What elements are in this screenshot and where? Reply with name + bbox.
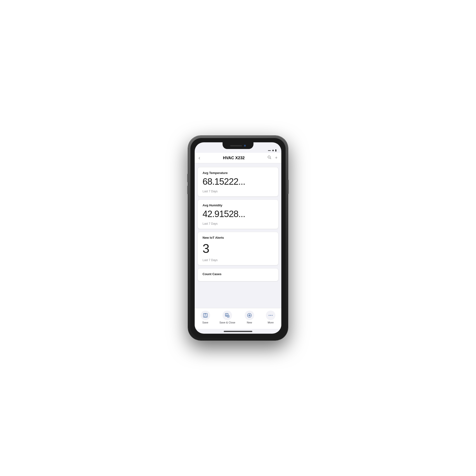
more-label: More	[268, 321, 274, 324]
avg-humidity-label: Avg Humidity	[203, 204, 273, 207]
svg-rect-4	[204, 316, 206, 317]
save-icon	[201, 311, 210, 320]
count-cases-label: Count Cases	[203, 272, 273, 276]
notch-camera	[244, 145, 246, 147]
wifi-icon: ◈	[272, 149, 274, 152]
save-close-button[interactable]: Save & Close	[220, 311, 235, 324]
content-area: Avg Temperature 68.15222... Last 7 Days …	[195, 163, 281, 308]
new-label: New	[247, 321, 252, 324]
save-close-label: Save & Close	[220, 321, 235, 324]
save-close-icon	[222, 311, 232, 320]
phone-shell: ▪▪▪ ◈ ▮ ‹ HVAC X232	[188, 136, 288, 340]
save-label: Save	[202, 321, 208, 324]
status-icons: ▪▪▪ ◈ ▮	[268, 149, 276, 152]
new-iot-alerts-label: New IoT Alerts	[203, 236, 273, 239]
nav-actions: +	[267, 155, 277, 161]
svg-rect-8	[226, 315, 227, 316]
svg-point-17	[272, 315, 272, 316]
svg-line-1	[270, 158, 271, 159]
home-indicator	[195, 329, 281, 334]
avg-temperature-footer: Last 7 Days	[203, 190, 273, 193]
svg-point-16	[270, 315, 271, 316]
phone-bezel: ▪▪▪ ◈ ▮ ‹ HVAC X232	[190, 138, 286, 338]
back-button[interactable]: ‹	[199, 155, 200, 161]
more-button[interactable]: More	[263, 311, 278, 324]
add-icon[interactable]: +	[275, 155, 277, 160]
avg-humidity-footer: Last 7 Days	[203, 222, 273, 225]
page-title: HVAC X232	[223, 156, 245, 160]
signal-icon: ▪▪▪	[268, 149, 271, 152]
phone-screen: ▪▪▪ ◈ ▮ ‹ HVAC X232	[195, 142, 281, 334]
save-button[interactable]: Save	[198, 311, 213, 324]
svg-rect-7	[226, 313, 227, 315]
bottom-toolbar: Save	[195, 308, 281, 329]
home-bar	[224, 331, 252, 332]
search-icon[interactable]	[267, 155, 272, 161]
power-button	[288, 180, 289, 194]
new-iot-alerts-card[interactable]: New IoT Alerts 3 Last 7 Days	[198, 232, 278, 265]
new-button[interactable]: New	[242, 311, 256, 324]
notch	[222, 142, 254, 149]
avg-humidity-value: 42.91528...	[203, 209, 273, 219]
volume-down-button	[187, 186, 188, 194]
notch-speaker	[230, 145, 242, 146]
avg-temperature-card[interactable]: Avg Temperature 68.15222... Last 7 Days	[198, 167, 278, 197]
more-icon	[266, 311, 275, 320]
nav-bar: ‹ HVAC X232 +	[195, 153, 281, 163]
battery-icon: ▮	[275, 149, 276, 152]
new-iot-alerts-value: 3	[203, 241, 273, 255]
avg-temperature-value: 68.15222...	[203, 177, 273, 187]
avg-humidity-card[interactable]: Avg Humidity 42.91528... Last 7 Days	[198, 200, 278, 229]
avg-temperature-label: Avg Temperature	[203, 171, 273, 175]
count-cases-card[interactable]: Count Cases	[198, 268, 278, 281]
volume-up-button	[187, 174, 188, 182]
new-iot-alerts-footer: Last 7 Days	[203, 258, 273, 262]
new-icon	[245, 311, 254, 320]
svg-point-15	[269, 315, 270, 316]
phone-device: ▪▪▪ ◈ ▮ ‹ HVAC X232	[188, 136, 288, 340]
